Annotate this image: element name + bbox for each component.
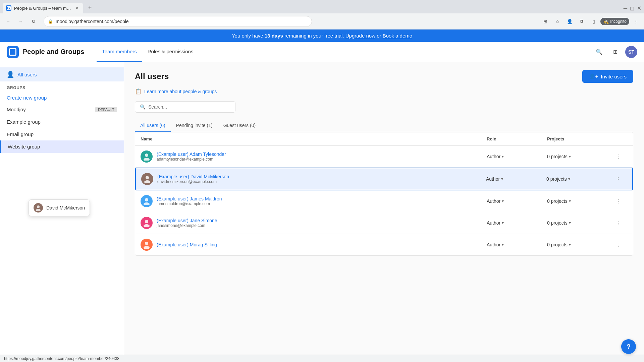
table-row: (Example user) David McMikerson davidmcm… <box>135 168 633 190</box>
user-name[interactable]: (Example user) David McMikerson <box>157 174 229 179</box>
search-icon: 🔍 <box>140 104 146 110</box>
table-row: (Example user) James Maldron jamesmaldro… <box>135 190 633 212</box>
create-new-group[interactable]: Create new group <box>0 92 124 103</box>
default-badge: DEFAULT <box>95 107 117 112</box>
user-name[interactable]: (Example user) Morag Silling <box>157 242 217 247</box>
projects-label: 0 projects <box>547 220 568 226</box>
user-name[interactable]: (Example user) Adam Tylesondar <box>157 152 226 157</box>
user-avatar-small <box>141 239 153 251</box>
col-actions <box>614 136 628 141</box>
search-button[interactable]: 🔍 <box>593 46 605 58</box>
role-label: Author <box>486 176 500 182</box>
back-button[interactable]: ← <box>3 16 13 27</box>
row-menu-button[interactable]: ⋮ <box>614 240 624 249</box>
announcement-banner: You only have 13 days remaining in your … <box>0 29 644 42</box>
row-menu-button[interactable]: ⋮ <box>614 218 624 228</box>
projects-cell[interactable]: 0 projects ▾ <box>546 176 613 182</box>
profile-button[interactable]: 👤 <box>564 16 575 27</box>
svg-point-12 <box>144 224 150 227</box>
user-cell: (Example user) Adam Tylesondar adamtyles… <box>141 150 487 163</box>
tab-close-button[interactable]: ✕ <box>74 5 80 11</box>
sidebar-group-website[interactable]: Website group <box>0 140 124 153</box>
info-icon: 📋 <box>135 88 142 95</box>
user-cell: (Example user) Morag Silling <box>141 239 487 251</box>
svg-point-11 <box>145 220 148 223</box>
apps-button[interactable]: ⊞ <box>609 46 621 58</box>
tab-all-users[interactable]: All users (6) <box>135 119 171 132</box>
sidebar-group-moodjoy[interactable]: Moodjoy DEFAULT <box>0 103 124 116</box>
restore-button[interactable]: ◻ <box>630 5 634 11</box>
lock-icon: 🔒 <box>48 19 53 24</box>
upgrade-link[interactable]: Upgrade now <box>345 33 375 39</box>
search-input[interactable] <box>148 104 230 110</box>
svg-point-9 <box>145 198 148 201</box>
learn-more-link[interactable]: Learn more about people & groups <box>144 89 217 94</box>
menu-button[interactable]: ⋮ <box>631 16 641 27</box>
projects-cell[interactable]: 0 projects ▾ <box>547 220 614 226</box>
extensions-button[interactable]: ⊞ <box>540 16 551 27</box>
bookmark-button[interactable]: ☆ <box>552 16 563 27</box>
close-window-button[interactable]: ✕ <box>637 5 641 11</box>
projects-label: 0 projects <box>547 198 568 204</box>
projects-chevron-icon: ▾ <box>569 154 571 159</box>
role-chevron-icon: ▾ <box>502 199 504 203</box>
header-right: 🔍 ⊞ ST <box>593 46 637 58</box>
projects-cell[interactable]: 0 projects ▾ <box>547 198 614 204</box>
refresh-button[interactable]: ↻ <box>28 16 39 27</box>
svg-rect-2 <box>8 8 9 9</box>
user-cell: (Example user) Jane Simone janesimone@ex… <box>141 217 487 229</box>
minimize-button[interactable]: ─ <box>624 5 627 11</box>
row-menu-button[interactable]: ⋮ <box>614 152 624 161</box>
user-name[interactable]: (Example user) James Maldron <box>157 196 222 201</box>
projects-label: 0 projects <box>546 176 567 182</box>
browser-nav-bar: ← → ↻ 🔒 moodjoy.gathercontent.com/people… <box>0 13 644 29</box>
user-email: adamtylesondar@example.com <box>157 157 226 162</box>
sidebar-group-email[interactable]: Email group <box>0 128 124 140</box>
user-email: janesimone@example.com <box>157 223 217 228</box>
forward-button[interactable]: → <box>15 16 26 27</box>
tab-pending-invite[interactable]: Pending invite (1) <box>171 119 218 132</box>
user-name[interactable]: (Example user) Jane Simone <box>157 218 217 223</box>
row-menu-button[interactable]: ⋮ <box>614 196 624 206</box>
invite-users-button[interactable]: 👤+ Invite users <box>582 70 633 83</box>
nav-team-members[interactable]: Team members <box>97 42 142 62</box>
main-header: All users 👤+ Invite users <box>135 70 633 83</box>
role-cell[interactable]: Author ▾ <box>487 198 547 204</box>
svg-point-4 <box>36 209 41 211</box>
sidebar-item-all-users[interactable]: 👤 All users <box>0 67 124 81</box>
user-avatar[interactable]: ST <box>625 46 637 58</box>
svg-rect-1 <box>8 7 10 8</box>
app-title: People and Groups <box>23 48 91 56</box>
projects-chevron-icon: ▾ <box>569 199 571 203</box>
nav-roles-permissions[interactable]: Roles & permissions <box>142 42 199 62</box>
projects-cell[interactable]: 0 projects ▾ <box>547 154 614 159</box>
tab-favicon <box>6 5 11 11</box>
row-menu-button[interactable]: ⋮ <box>613 174 623 184</box>
svg-point-7 <box>146 176 149 179</box>
projects-cell[interactable]: 0 projects ▾ <box>547 242 614 247</box>
user-avatar-small <box>141 173 153 185</box>
role-cell[interactable]: Author ▾ <box>486 176 546 182</box>
new-tab-button[interactable]: + <box>85 3 95 12</box>
extensions2-button[interactable]: ⧉ <box>576 16 587 27</box>
sidebar-group-example[interactable]: Example group <box>0 116 124 128</box>
table-row: (Example user) Morag Silling Author ▾ 0 … <box>135 234 633 255</box>
book-demo-link[interactable]: Book a demo <box>383 33 412 39</box>
help-button[interactable]: ? <box>621 339 636 354</box>
browser-tab[interactable]: People & Groups – team mem… ✕ <box>3 3 83 13</box>
tab-guest-users[interactable]: Guest users (0) <box>218 119 261 132</box>
invite-icon: 👤+ <box>589 73 598 79</box>
app-header: People and Groups Team members Roles & p… <box>0 42 644 62</box>
role-cell[interactable]: Author ▾ <box>487 220 547 226</box>
role-chevron-icon: ▾ <box>501 177 503 181</box>
user-avatar-small <box>141 195 153 207</box>
address-bar[interactable]: 🔒 moodjoy.gathercontent.com/people <box>44 16 312 27</box>
projects-label: 0 projects <box>547 242 568 247</box>
role-cell[interactable]: Author ▾ <box>487 242 547 247</box>
table-row: (Example user) Adam Tylesondar adamtyles… <box>135 146 633 168</box>
role-label: Author <box>487 242 500 247</box>
role-cell[interactable]: Author ▾ <box>487 154 547 159</box>
app-logo[interactable] <box>7 46 19 58</box>
sidebar-button[interactable]: ▯ <box>588 16 599 27</box>
svg-point-14 <box>144 246 150 249</box>
